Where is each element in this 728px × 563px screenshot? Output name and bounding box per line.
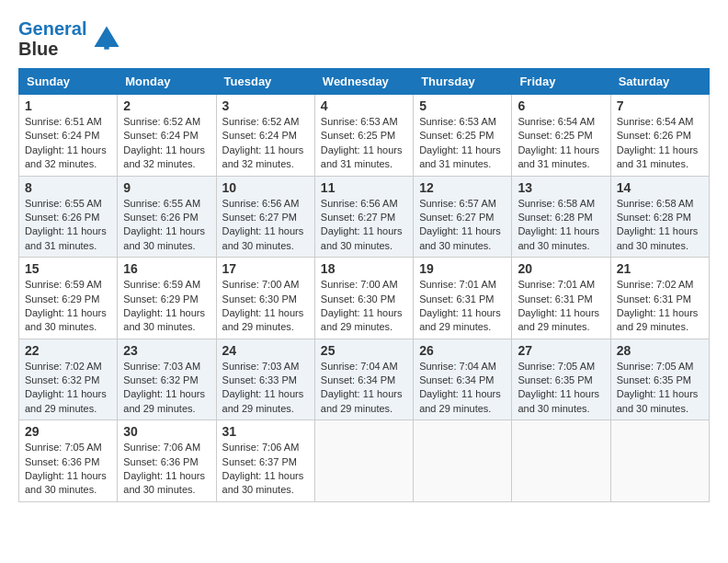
day-number: 14: [617, 180, 703, 195]
calendar-cell: 2 Sunrise: 6:52 AMSunset: 6:24 PMDayligh…: [118, 95, 216, 177]
calendar-cell: 8 Sunrise: 6:55 AMSunset: 6:26 PMDayligh…: [19, 176, 118, 258]
day-number: 10: [222, 180, 309, 195]
calendar-cell: 24 Sunrise: 7:03 AMSunset: 6:33 PMDaylig…: [216, 339, 314, 420]
calendar-cell: [414, 420, 512, 502]
calendar-week-row: 8 Sunrise: 6:55 AMSunset: 6:26 PMDayligh…: [19, 176, 710, 258]
logo-text: GeneralBlue: [18, 18, 86, 59]
calendar-week-row: 22 Sunrise: 7:02 AMSunset: 6:32 PMDaylig…: [19, 339, 710, 420]
calendar-week-row: 1 Sunrise: 6:51 AMSunset: 6:24 PMDayligh…: [19, 95, 710, 177]
day-info: Sunrise: 6:54 AMSunset: 6:26 PMDaylight:…: [617, 115, 703, 172]
day-info: Sunrise: 7:04 AMSunset: 6:34 PMDaylight:…: [419, 360, 506, 417]
day-number: 18: [321, 261, 407, 276]
calendar-cell: [610, 420, 709, 502]
day-number: 19: [419, 261, 506, 276]
calendar-cell: 13 Sunrise: 6:58 AMSunset: 6:28 PMDaylig…: [512, 176, 610, 258]
day-info: Sunrise: 7:02 AMSunset: 6:31 PMDaylight:…: [617, 278, 703, 335]
weekday-header-friday: Friday: [512, 69, 610, 95]
calendar-cell: 5 Sunrise: 6:53 AMSunset: 6:25 PMDayligh…: [414, 95, 512, 177]
day-number: 24: [222, 343, 309, 358]
calendar-cell: 9 Sunrise: 6:55 AMSunset: 6:26 PMDayligh…: [118, 176, 216, 258]
day-number: 31: [222, 424, 309, 439]
day-info: Sunrise: 6:55 AMSunset: 6:26 PMDaylight:…: [25, 197, 111, 254]
day-info: Sunrise: 6:58 AMSunset: 6:28 PMDaylight:…: [518, 197, 604, 254]
weekday-header-tuesday: Tuesday: [216, 69, 314, 95]
day-number: 11: [321, 180, 407, 195]
day-number: 27: [518, 343, 604, 358]
calendar-cell: 12 Sunrise: 6:57 AMSunset: 6:27 PMDaylig…: [414, 176, 512, 258]
weekday-header-thursday: Thursday: [414, 69, 512, 95]
day-number: 20: [518, 261, 604, 276]
calendar-cell: 28 Sunrise: 7:05 AMSunset: 6:35 PMDaylig…: [610, 339, 709, 420]
calendar-table: SundayMondayTuesdayWednesdayThursdayFrid…: [18, 68, 710, 502]
calendar-cell: 18 Sunrise: 7:00 AMSunset: 6:30 PMDaylig…: [314, 258, 413, 339]
day-info: Sunrise: 6:59 AMSunset: 6:29 PMDaylight:…: [123, 278, 210, 335]
day-number: 28: [617, 343, 703, 358]
day-number: 5: [419, 98, 506, 113]
weekday-header-sunday: Sunday: [19, 69, 118, 95]
day-number: 30: [123, 424, 210, 439]
weekday-header-saturday: Saturday: [610, 69, 709, 95]
calendar-cell: 20 Sunrise: 7:01 AMSunset: 6:31 PMDaylig…: [512, 258, 610, 339]
day-number: 7: [617, 98, 703, 113]
day-info: Sunrise: 6:58 AMSunset: 6:28 PMDaylight:…: [617, 197, 703, 254]
calendar-cell: 21 Sunrise: 7:02 AMSunset: 6:31 PMDaylig…: [610, 258, 709, 339]
calendar-cell: 16 Sunrise: 6:59 AMSunset: 6:29 PMDaylig…: [118, 258, 216, 339]
day-number: 9: [123, 180, 210, 195]
svg-rect-1: [105, 43, 109, 50]
day-number: 12: [419, 180, 506, 195]
day-number: 29: [25, 424, 111, 439]
day-info: Sunrise: 6:51 AMSunset: 6:24 PMDaylight:…: [25, 115, 111, 172]
calendar-cell: 10 Sunrise: 6:56 AMSunset: 6:27 PMDaylig…: [216, 176, 314, 258]
weekday-header-monday: Monday: [118, 69, 216, 95]
calendar-cell: 22 Sunrise: 7:02 AMSunset: 6:32 PMDaylig…: [19, 339, 118, 420]
day-info: Sunrise: 7:00 AMSunset: 6:30 PMDaylight:…: [321, 278, 407, 335]
calendar-cell: 15 Sunrise: 6:59 AMSunset: 6:29 PMDaylig…: [19, 258, 118, 339]
day-info: Sunrise: 7:03 AMSunset: 6:32 PMDaylight:…: [123, 360, 210, 417]
day-info: Sunrise: 6:53 AMSunset: 6:25 PMDaylight:…: [419, 115, 506, 172]
calendar-cell: [314, 420, 413, 502]
day-info: Sunrise: 7:01 AMSunset: 6:31 PMDaylight:…: [518, 278, 604, 335]
calendar-cell: 31 Sunrise: 7:06 AMSunset: 6:37 PMDaylig…: [216, 420, 314, 502]
day-info: Sunrise: 6:59 AMSunset: 6:29 PMDaylight:…: [25, 278, 111, 335]
calendar-cell: 7 Sunrise: 6:54 AMSunset: 6:26 PMDayligh…: [610, 95, 709, 177]
day-info: Sunrise: 7:01 AMSunset: 6:31 PMDaylight:…: [419, 278, 506, 335]
day-number: 23: [123, 343, 210, 358]
calendar-cell: 26 Sunrise: 7:04 AMSunset: 6:34 PMDaylig…: [414, 339, 512, 420]
day-number: 13: [518, 180, 604, 195]
calendar-cell: 14 Sunrise: 6:58 AMSunset: 6:28 PMDaylig…: [610, 176, 709, 258]
day-number: 15: [25, 261, 111, 276]
day-info: Sunrise: 6:53 AMSunset: 6:25 PMDaylight:…: [321, 115, 407, 172]
day-number: 1: [25, 98, 111, 113]
day-info: Sunrise: 6:56 AMSunset: 6:27 PMDaylight:…: [321, 197, 407, 254]
day-number: 6: [518, 98, 604, 113]
logo-icon: [90, 22, 123, 55]
day-info: Sunrise: 7:06 AMSunset: 6:37 PMDaylight:…: [222, 441, 309, 498]
day-number: 25: [321, 343, 407, 358]
calendar-cell: 17 Sunrise: 7:00 AMSunset: 6:30 PMDaylig…: [216, 258, 314, 339]
calendar-cell: 30 Sunrise: 7:06 AMSunset: 6:36 PMDaylig…: [118, 420, 216, 502]
day-info: Sunrise: 6:55 AMSunset: 6:26 PMDaylight:…: [123, 197, 210, 254]
calendar-week-row: 15 Sunrise: 6:59 AMSunset: 6:29 PMDaylig…: [19, 258, 710, 339]
day-info: Sunrise: 6:52 AMSunset: 6:24 PMDaylight:…: [222, 115, 309, 172]
day-info: Sunrise: 7:02 AMSunset: 6:32 PMDaylight:…: [25, 360, 111, 417]
calendar-cell: 27 Sunrise: 7:05 AMSunset: 6:35 PMDaylig…: [512, 339, 610, 420]
day-number: 16: [123, 261, 210, 276]
day-info: Sunrise: 7:05 AMSunset: 6:35 PMDaylight:…: [518, 360, 604, 417]
day-number: 21: [617, 261, 703, 276]
day-number: 3: [222, 98, 309, 113]
calendar-cell: 1 Sunrise: 6:51 AMSunset: 6:24 PMDayligh…: [19, 95, 118, 177]
day-number: 8: [25, 180, 111, 195]
day-info: Sunrise: 7:06 AMSunset: 6:36 PMDaylight:…: [123, 441, 210, 498]
day-number: 26: [419, 343, 506, 358]
calendar-cell: [512, 420, 610, 502]
day-info: Sunrise: 6:54 AMSunset: 6:25 PMDaylight:…: [518, 115, 604, 172]
day-info: Sunrise: 7:05 AMSunset: 6:36 PMDaylight:…: [25, 441, 111, 498]
logo: GeneralBlue: [18, 18, 123, 59]
day-number: 22: [25, 343, 111, 358]
weekday-header-wednesday: Wednesday: [314, 69, 413, 95]
day-info: Sunrise: 6:52 AMSunset: 6:24 PMDaylight:…: [123, 115, 210, 172]
calendar-week-row: 29 Sunrise: 7:05 AMSunset: 6:36 PMDaylig…: [19, 420, 710, 502]
day-number: 17: [222, 261, 309, 276]
day-info: Sunrise: 7:00 AMSunset: 6:30 PMDaylight:…: [222, 278, 309, 335]
day-number: 2: [123, 98, 210, 113]
